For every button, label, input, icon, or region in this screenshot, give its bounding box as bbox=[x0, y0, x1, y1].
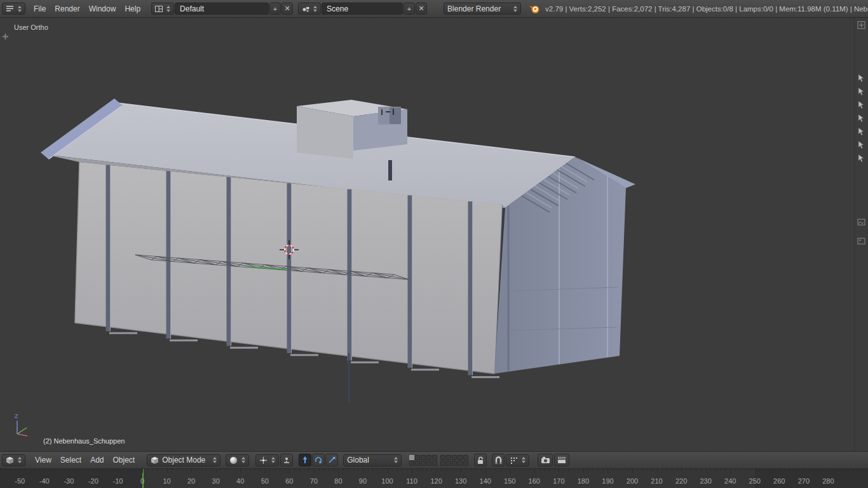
screen-layout-add-button[interactable]: + bbox=[269, 3, 281, 15]
properties-tabs-column bbox=[854, 18, 868, 451]
layer-toggle[interactable] bbox=[446, 455, 451, 460]
image-panel-icon[interactable] bbox=[857, 237, 866, 246]
timeline-tick bbox=[559, 469, 559, 473]
screen-layout-delete-button[interactable]: ✕ bbox=[281, 3, 293, 15]
properties-tab-icon[interactable] bbox=[857, 74, 866, 83]
properties-tab-icon[interactable] bbox=[857, 140, 866, 149]
layer-toggle[interactable] bbox=[432, 461, 437, 466]
timeline-tick bbox=[642, 469, 642, 471]
timeline-ruler[interactable]: -50-40-30-20-100102030405060708090100110… bbox=[0, 469, 868, 488]
editor-type-selector-info[interactable] bbox=[2, 3, 25, 15]
layer-toggle[interactable] bbox=[409, 455, 414, 460]
menu-help[interactable]: Help bbox=[120, 4, 145, 13]
timeline-tick bbox=[30, 469, 31, 471]
timeline-tick bbox=[848, 469, 848, 471]
timeline-tick bbox=[250, 469, 251, 471]
editor-type-selector-3dview[interactable] bbox=[2, 454, 25, 466]
timeline-tick bbox=[240, 469, 241, 473]
timeline-tick bbox=[818, 469, 819, 471]
properties-tab-icon[interactable] bbox=[857, 154, 866, 163]
timeline-frame-label: 250 bbox=[749, 477, 761, 485]
properties-tab-icon[interactable] bbox=[857, 127, 866, 136]
layer-toggle[interactable] bbox=[463, 461, 468, 466]
snap-increment-icon bbox=[510, 456, 518, 464]
timeline-frame-label: -40 bbox=[39, 477, 50, 485]
snap-toggle[interactable] bbox=[492, 454, 505, 466]
active-object-label: (2) Nebenhaus_Schuppen bbox=[43, 437, 125, 445]
v3d-menu-view[interactable]: View bbox=[31, 456, 56, 464]
timeline-tick bbox=[784, 469, 785, 471]
timeline-frame-label: 220 bbox=[675, 477, 687, 485]
snap-element-dropdown[interactable] bbox=[506, 454, 529, 466]
building-model[interactable] bbox=[41, 98, 635, 403]
dropdown-arrows-icon bbox=[166, 6, 170, 12]
render-engine-dropdown[interactable]: Blender Render bbox=[444, 3, 521, 15]
manipulator-rotate-toggle[interactable] bbox=[312, 454, 325, 466]
timeline-tick bbox=[593, 469, 593, 471]
v3d-menu-object[interactable]: Object bbox=[109, 456, 140, 464]
v3d-menu-select[interactable]: Select bbox=[56, 456, 86, 464]
scene-lock-toggle[interactable] bbox=[474, 454, 487, 466]
mode-dropdown[interactable]: Object Mode bbox=[147, 454, 220, 466]
timeline-tick bbox=[495, 469, 496, 471]
timeline-tick bbox=[402, 469, 403, 471]
timeline-tick bbox=[196, 469, 197, 471]
scene-delete-button[interactable]: ✕ bbox=[416, 3, 427, 15]
3d-viewport[interactable]: Z User Ortho (2) Nebenhaus_Schuppen bbox=[0, 18, 868, 451]
layer-toggle[interactable] bbox=[432, 455, 437, 460]
menu-render[interactable]: Render bbox=[50, 4, 84, 13]
timeline-tick bbox=[735, 469, 736, 471]
timeline-tick bbox=[309, 469, 309, 471]
timeline-tick bbox=[603, 469, 604, 471]
timeline-tick bbox=[745, 469, 745, 471]
timeline-tick bbox=[554, 469, 555, 471]
timeline-frame-label: 40 bbox=[236, 477, 244, 485]
layer-toggle[interactable] bbox=[452, 461, 457, 466]
timeline-tick bbox=[706, 469, 707, 473]
properties-tab-icon[interactable] bbox=[857, 114, 866, 123]
manipulator-scale-toggle[interactable] bbox=[325, 454, 338, 466]
opengl-render-anim-button[interactable] bbox=[554, 454, 569, 466]
scene-add-button[interactable]: + bbox=[403, 3, 415, 15]
layer-toggle[interactable] bbox=[415, 461, 420, 466]
screen-layout-name-field[interactable]: Default bbox=[175, 3, 269, 15]
layer-toggle[interactable] bbox=[426, 455, 431, 460]
pivot-dropdown[interactable] bbox=[255, 454, 279, 466]
timeline-tick bbox=[108, 469, 109, 471]
layer-toggle[interactable] bbox=[421, 455, 426, 460]
layer-toggle[interactable] bbox=[409, 461, 414, 466]
timeline-tick bbox=[647, 469, 648, 471]
manipulator-translate-toggle[interactable] bbox=[299, 454, 311, 466]
menu-window[interactable]: Window bbox=[85, 4, 121, 13]
layer-toggle[interactable] bbox=[440, 461, 445, 466]
layer-toggle[interactable] bbox=[446, 461, 451, 466]
layer-toggle[interactable] bbox=[458, 461, 463, 466]
image-panel-icon[interactable] bbox=[857, 218, 866, 227]
layer-toggle[interactable] bbox=[426, 461, 431, 466]
v3d-menu-add[interactable]: Add bbox=[86, 456, 108, 464]
properties-tab-icon[interactable] bbox=[857, 87, 866, 96]
timeline-frame-label: 100 bbox=[381, 477, 393, 485]
shading-dropdown[interactable] bbox=[226, 454, 249, 466]
layer-toggle[interactable] bbox=[421, 461, 426, 466]
timeline-tick bbox=[632, 469, 633, 473]
screen-layout-browse-button[interactable] bbox=[151, 3, 174, 15]
timeline-tick bbox=[0, 469, 1, 471]
scene-name-field[interactable]: Scene bbox=[322, 3, 403, 15]
timeline-tick bbox=[799, 469, 799, 471]
region-expand-icon[interactable] bbox=[857, 21, 866, 30]
timeline-tick bbox=[667, 469, 667, 471]
opengl-render-button[interactable] bbox=[538, 454, 553, 466]
layer-toggle[interactable] bbox=[452, 455, 457, 460]
layer-toggle[interactable] bbox=[463, 455, 468, 460]
layer-toggle[interactable] bbox=[440, 455, 445, 460]
properties-tab-icon[interactable] bbox=[857, 100, 866, 109]
menu-file[interactable]: File bbox=[29, 4, 50, 13]
layer-toggle[interactable] bbox=[458, 455, 463, 460]
orientation-value: Global bbox=[347, 456, 369, 464]
layer-toggle[interactable] bbox=[415, 455, 420, 460]
scene-browse-button[interactable] bbox=[298, 3, 321, 15]
toolshelf-expand-icon[interactable] bbox=[2, 33, 9, 40]
pivot-align-toggle[interactable] bbox=[280, 454, 293, 466]
orientation-dropdown[interactable]: Global bbox=[343, 454, 402, 466]
